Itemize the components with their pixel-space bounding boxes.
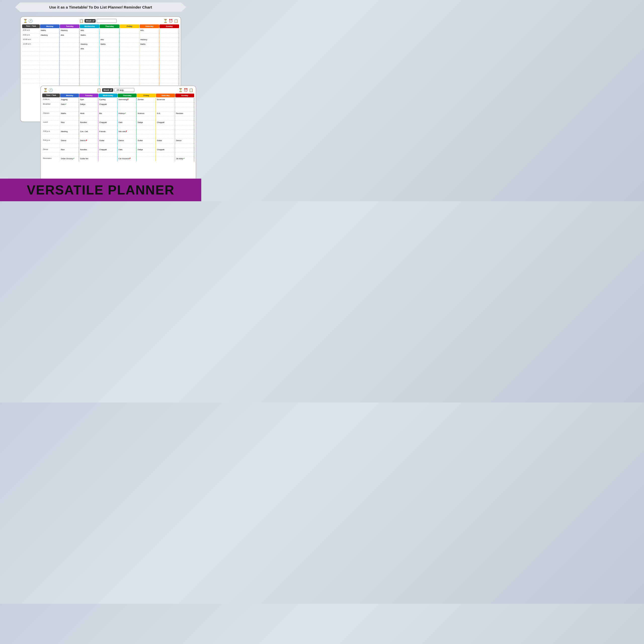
table-row bbox=[22, 51, 179, 56]
table-row: Arts bbox=[22, 47, 179, 51]
cell bbox=[60, 74, 79, 78]
card1-header: ⏳ 🕐 📋 Week of ⏳ ⏰ 📋 bbox=[22, 18, 179, 23]
cell: History✓ bbox=[118, 112, 137, 116]
cell bbox=[120, 70, 139, 74]
cell bbox=[22, 70, 40, 74]
cell bbox=[40, 79, 60, 83]
cell bbox=[175, 103, 194, 107]
week-value-1 bbox=[97, 19, 117, 23]
cell bbox=[22, 65, 40, 69]
cell bbox=[42, 143, 60, 148]
cell: Daliya bbox=[137, 148, 156, 152]
cell bbox=[60, 65, 79, 69]
cell: 5:00 p.m. bbox=[42, 139, 60, 143]
cell: Revision bbox=[175, 112, 194, 116]
col2-header-tue: Tuesday bbox=[79, 94, 98, 97]
cell bbox=[60, 43, 79, 47]
cell bbox=[42, 152, 60, 157]
cell: Chappati bbox=[99, 148, 117, 152]
cell: Dance bbox=[175, 139, 194, 143]
cell: Reminders bbox=[42, 157, 60, 161]
col-header-thu: Thursday bbox=[100, 24, 119, 28]
cell: Maths bbox=[60, 112, 79, 116]
table-row bbox=[22, 60, 179, 65]
cell: Friends bbox=[99, 130, 117, 134]
cell bbox=[42, 107, 60, 111]
cell: Lunch bbox=[42, 121, 60, 125]
cell bbox=[99, 143, 117, 148]
cell bbox=[140, 70, 159, 74]
cell bbox=[22, 47, 40, 51]
hourglass-icon-2: ⏳ bbox=[43, 88, 48, 92]
table-row bbox=[22, 74, 179, 78]
cell bbox=[120, 56, 139, 60]
cell bbox=[175, 152, 194, 157]
hourglass-icon-1b: ⏳ bbox=[163, 19, 168, 23]
cell bbox=[159, 33, 179, 38]
cell bbox=[175, 98, 194, 102]
cell bbox=[99, 157, 117, 161]
cell: Hiastory bbox=[140, 38, 159, 42]
cell bbox=[137, 157, 156, 161]
col2-header-wed: Wednesday bbox=[99, 94, 117, 97]
cell bbox=[100, 65, 119, 69]
cell: 6:00a.m. bbox=[42, 98, 60, 102]
cell: Maths bbox=[40, 29, 60, 33]
cell: Oats✓ bbox=[60, 103, 79, 107]
cell bbox=[79, 125, 98, 130]
top-banner-text: Use it as a Timetable/ To Do List Planne… bbox=[49, 5, 152, 9]
cell bbox=[40, 61, 60, 65]
cell bbox=[79, 152, 98, 157]
notepad-icon-1b: 📋 bbox=[174, 19, 178, 23]
cell bbox=[140, 52, 159, 56]
cell bbox=[22, 52, 40, 56]
cell: Hindi bbox=[79, 112, 98, 116]
cell bbox=[137, 134, 156, 139]
cell: Guitar bbox=[99, 139, 117, 143]
cell bbox=[120, 65, 139, 69]
cell: Arts bbox=[80, 29, 99, 33]
cell: Classes bbox=[42, 112, 60, 116]
cell bbox=[118, 116, 137, 120]
cell: Oats bbox=[118, 148, 137, 152]
hourglass-icon-2b: ⏳ bbox=[178, 88, 183, 92]
cell bbox=[159, 74, 179, 78]
cell bbox=[80, 61, 99, 65]
col-header-time: Time + Task bbox=[22, 24, 40, 28]
cell bbox=[120, 38, 139, 42]
cell bbox=[140, 56, 159, 60]
cell bbox=[140, 65, 159, 69]
table-row: LunchRiceNoodlesChappatiOatsDaliyaChappa… bbox=[42, 120, 194, 125]
cell bbox=[118, 107, 137, 111]
clock-icon-2: 🕐 bbox=[49, 88, 53, 92]
cell bbox=[60, 152, 79, 157]
cell bbox=[40, 38, 60, 42]
cell: Arts bbox=[80, 47, 99, 51]
cell bbox=[118, 103, 137, 107]
cell bbox=[99, 134, 117, 139]
cell bbox=[175, 121, 194, 125]
cell bbox=[175, 134, 194, 139]
cell bbox=[118, 125, 137, 130]
card2-header: ⏳ 🕐 📋 Week of 23 aug. ⏳ ⏰ 📋 bbox=[42, 88, 194, 93]
cell bbox=[159, 29, 179, 33]
table-row bbox=[22, 78, 179, 83]
cell bbox=[159, 70, 179, 74]
col-header-sat: Saturday bbox=[140, 24, 159, 28]
cell bbox=[159, 79, 179, 83]
cell bbox=[175, 116, 194, 120]
card2-day-headers: Time + Task Monday Tuesday Wednesday Thu… bbox=[42, 94, 194, 97]
cell: Maths bbox=[80, 33, 99, 38]
cell bbox=[60, 143, 79, 148]
cell bbox=[156, 130, 175, 134]
cell bbox=[22, 61, 40, 65]
cell bbox=[40, 70, 60, 74]
table-row: BreakfastOats✓DaliyaChappati bbox=[42, 102, 194, 107]
col2-header-fri: Friday bbox=[137, 94, 156, 97]
cell: Bio bbox=[99, 112, 117, 116]
cell: Order Grocery✓ bbox=[60, 157, 79, 161]
cell bbox=[80, 70, 99, 74]
cell: Noodles bbox=[79, 121, 98, 125]
cell bbox=[60, 79, 79, 83]
cell: Daliya bbox=[79, 103, 98, 107]
